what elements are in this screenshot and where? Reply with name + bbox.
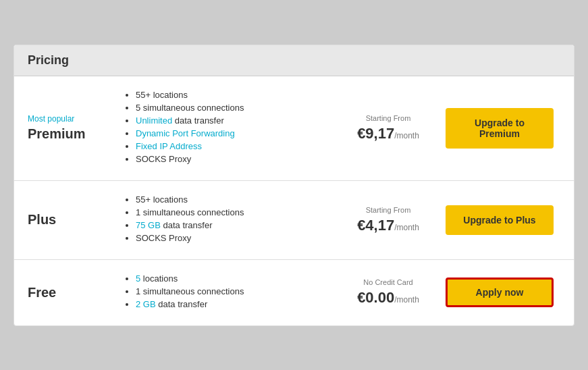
pricing-card: Pricing Most popular Premium 55+ locatio… bbox=[14, 45, 574, 326]
plan-action-plus: Upgrade to Plus bbox=[439, 205, 560, 235]
plan-features-free: 5 locations 1 simultaneous connections 2… bbox=[109, 273, 338, 312]
plan-name-premium: Premium bbox=[28, 126, 109, 142]
list-item: SOCKS Proxy bbox=[136, 233, 338, 243]
apply-now-button[interactable]: Apply now bbox=[446, 278, 554, 307]
list-item: 55+ locations bbox=[136, 194, 338, 205]
plan-action-free: Apply now bbox=[439, 278, 560, 307]
list-item: Unlimited data transfer bbox=[136, 115, 338, 126]
no-credit-card-label: No Credit Card bbox=[338, 278, 439, 286]
list-item: Dynamic Port Forwarding bbox=[136, 128, 338, 138]
list-item: Fixed IP Address bbox=[136, 141, 338, 151]
starting-from-plus: Starting From bbox=[338, 206, 439, 214]
price-plus: €4,17/month bbox=[338, 217, 439, 234]
most-popular-label: Most popular bbox=[28, 114, 109, 124]
list-item: 1 simultaneous connections bbox=[136, 286, 338, 296]
list-item: SOCKS Proxy bbox=[136, 154, 338, 164]
plan-row-plus: Plus 55+ locations 1 simultaneous connec… bbox=[14, 181, 574, 260]
upgrade-premium-button[interactable]: Upgrade to Premium bbox=[446, 108, 554, 149]
plan-name-free: Free bbox=[28, 285, 109, 300]
plan-features-premium: 55+ locations 5 simultaneous connections… bbox=[109, 90, 338, 167]
plan-pricing-free: No Credit Card €0.00/month bbox=[338, 278, 439, 307]
75gb-link[interactable]: 75 GB bbox=[136, 220, 161, 230]
card-header: Pricing bbox=[14, 45, 574, 76]
fixed-ip-link[interactable]: Fixed IP Address bbox=[136, 141, 202, 151]
plan-pricing-plus: Starting From €4,17/month bbox=[338, 206, 439, 234]
price-value-free: €0.00 bbox=[357, 289, 394, 306]
price-value-premium: €9,17 bbox=[357, 125, 394, 142]
list-item: 2 GB data transfer bbox=[136, 299, 338, 309]
plan-row-free: Free 5 locations 1 simultaneous connecti… bbox=[14, 260, 574, 325]
plan-row-premium: Most popular Premium 55+ locations 5 sim… bbox=[14, 76, 574, 181]
plan-name-col-free: Free bbox=[28, 285, 109, 300]
per-month-free: /month bbox=[394, 295, 419, 305]
per-month-premium: /month bbox=[394, 131, 419, 140]
list-item: 55+ locations bbox=[136, 90, 338, 100]
unlimited-link[interactable]: Unlimited bbox=[136, 115, 172, 126]
list-item: 1 simultaneous connections bbox=[136, 207, 338, 217]
dynamic-port-link[interactable]: Dynamic Port Forwarding bbox=[136, 128, 235, 138]
list-item: 5 locations bbox=[136, 273, 338, 284]
page-title: Pricing bbox=[28, 53, 560, 68]
price-value-plus: €4,17 bbox=[357, 217, 394, 234]
per-month-plus: /month bbox=[394, 223, 419, 232]
upgrade-plus-button[interactable]: Upgrade to Plus bbox=[446, 205, 554, 235]
list-item: 5 simultaneous connections bbox=[136, 103, 338, 113]
plan-features-plus: 55+ locations 1 simultaneous connections… bbox=[109, 194, 338, 246]
plan-name-plus: Plus bbox=[28, 212, 109, 228]
plan-pricing-premium: Starting From €9,17/month bbox=[338, 114, 439, 142]
starting-from-premium: Starting From bbox=[338, 114, 439, 122]
plan-name-col-plus: Plus bbox=[28, 212, 109, 228]
price-premium: €9,17/month bbox=[338, 125, 439, 142]
plan-name-col-premium: Most popular Premium bbox=[28, 114, 109, 142]
price-free: €0.00/month bbox=[338, 289, 439, 307]
list-item: 75 GB data transfer bbox=[136, 220, 338, 230]
2gb-link[interactable]: 2 GB bbox=[136, 299, 156, 309]
plan-action-premium: Upgrade to Premium bbox=[439, 108, 560, 149]
